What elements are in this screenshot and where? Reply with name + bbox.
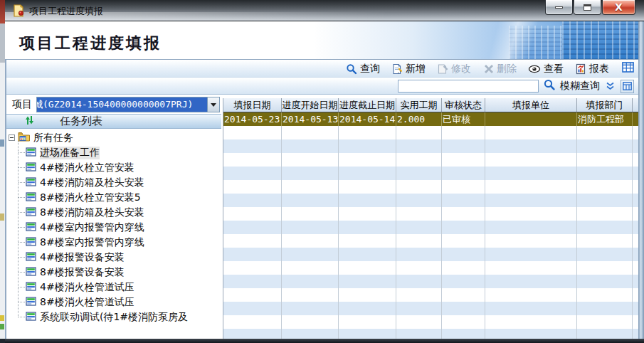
grid-cell [485,248,577,261]
grid-empty-row [223,221,638,234]
grid-empty-row [223,139,638,153]
grid-column-header[interactable]: 进度截止日期 [339,98,396,112]
grid-cell [396,126,442,139]
project-combobox[interactable]: 城(GZ2014-150400000000007PRJ) [36,97,220,112]
edit-icon [437,63,448,75]
grid-cell [396,329,442,339]
grid-cell [442,167,485,180]
grid-column-header[interactable]: 填报单位 [485,98,577,112]
close-button[interactable]: X [602,0,635,15]
toolbar-button-search[interactable]: 查询 [346,63,380,75]
grid-cell [396,180,442,194]
grid-cell [339,329,396,339]
tree-item[interactable]: 4#楼报警设备安装 [6,250,221,265]
grid-column-header[interactable]: 进度开始日期 [282,98,339,112]
grid-cell [339,302,396,315]
grid-cell [223,221,282,234]
grid-column-header[interactable]: 审核状态 [442,98,485,112]
tree-item[interactable]: 8#楼室内报警管内穿线 [6,235,221,250]
task-icon [26,265,36,279]
grid-cell [485,139,577,153]
grid-cell [577,275,633,288]
tree-item[interactable]: 4#楼消火栓立管安装 [6,160,221,175]
minimize-button[interactable] [545,0,573,15]
fuzzy-query-label[interactable]: 模糊查询 [560,80,600,93]
tree-item[interactable]: 进场准备工作 [6,145,221,160]
grid-cell [282,139,339,153]
grid-cell [485,315,577,329]
task-icon [26,191,36,204]
refresh-icon[interactable] [25,115,34,128]
toolbar-button-add[interactable]: 新增 [391,63,426,75]
grid-cell [339,248,396,261]
grid-cell [396,248,442,261]
grid-column-header[interactable]: 实用工期 [396,98,442,112]
grid-cell-filler [633,112,638,126]
grid-cell [577,315,633,329]
task-icon [26,206,36,219]
grid-cell-filler [633,288,638,302]
tree-item[interactable]: 系统联动调试(待1#楼消防泵房及 [6,310,221,324]
tree-item[interactable]: 8#楼报警设备安装 [6,265,221,280]
grid-cell [223,302,282,315]
toolbar-button-report[interactable]: 报表 [575,63,609,75]
background-window-fragment [0,213,4,221]
grid-cell [442,153,485,167]
grid-cell [339,288,396,302]
grid-column-header[interactable]: 填报部门 [577,98,633,112]
titlebar[interactable]: 项目工程进度填报 X [5,0,644,21]
tree-item[interactable]: 4#楼消防箱及栓头安装 [6,175,221,190]
grid-column-header[interactable]: 填报日期 [223,98,282,112]
grid-cell [485,329,577,339]
grid-cell [223,288,282,302]
toolbar-button-edit: 修改 [437,63,471,75]
search-icon[interactable] [543,78,556,94]
grid-cell [282,315,339,329]
more-options-chevron-icon[interactable] [606,80,615,93]
tree-item-label: 8#楼消防箱及栓头安装 [40,206,144,219]
grid-cell [223,139,282,153]
tree-item[interactable]: 4#楼消火栓管道试压 [6,280,221,295]
grid-empty-row [223,248,638,261]
toolbar-search: 模糊查询 [5,78,638,95]
grid-cell [442,288,485,302]
tree-item-label: 8#楼消火栓立管安装5 [40,191,141,204]
toolbar-button-label: 新增 [406,63,426,75]
project-combobox-dropdown-button[interactable] [207,97,219,112]
grid-cell [396,167,442,180]
tree-item[interactable]: 8#楼消防箱及栓头安装 [6,205,221,220]
grid-cell [223,207,282,221]
maximize-button[interactable] [574,0,601,15]
search-input[interactable] [398,80,539,93]
grid-cell [577,167,633,180]
task-icon [26,280,36,294]
grid-empty-row [223,153,638,167]
tree-root-all-tasks[interactable]: 所有任务 [6,130,221,145]
tree-item[interactable]: 8#楼消火栓立管安装5 [6,190,221,205]
column-settings-icon[interactable] [621,80,634,93]
tree-item[interactable]: 8#楼消火栓管道试压 [6,295,221,310]
grid-data-row[interactable]: 2014-05-232014-05-132014-05-142.000已审核消防… [223,112,638,126]
grid-cell [339,126,396,139]
grid-cell [577,329,633,339]
grid-cell [223,194,282,207]
grid-cell [396,288,442,302]
tree-item[interactable]: 4#楼室内报警管内穿线 [6,220,221,235]
grid-cell [339,315,396,329]
project-label: 项目 [12,98,32,111]
grid-cell [485,288,577,302]
toolbar-button-view[interactable]: 查看 [528,63,564,75]
grid-cell-filler [633,207,638,221]
grid-cell [396,261,442,275]
window-right-border [638,21,644,343]
tree-item-label: 4#楼室内报警管内穿线 [40,221,144,234]
grid-cell [442,315,485,329]
grid-view-icon[interactable] [622,62,634,75]
grid-empty-row [223,167,638,180]
grid-cell [223,248,282,261]
grid-cell [396,207,442,221]
tree-collapse-icon[interactable] [9,134,15,141]
grid-cell-filler [633,180,638,194]
grid-empty-row [223,329,638,339]
grid-cell [282,248,339,261]
